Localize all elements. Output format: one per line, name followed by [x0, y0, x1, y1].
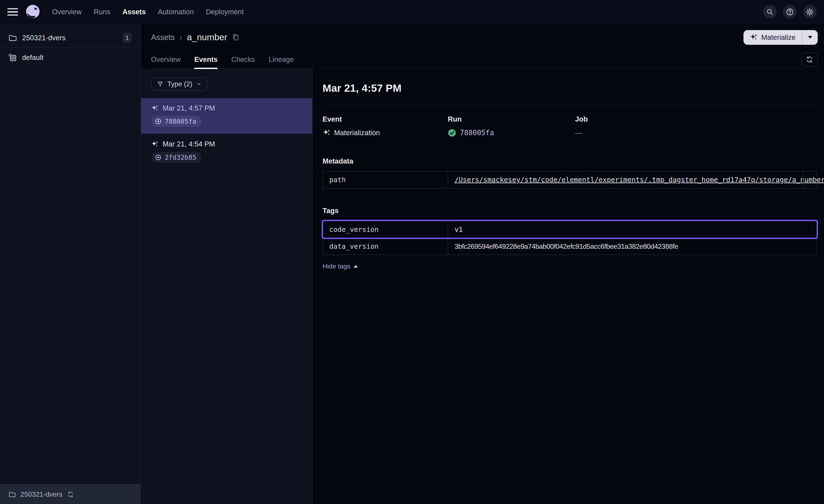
asset-groups-sidebar: 250321-dvers 1 default 250321-dvers — [0, 24, 141, 504]
event-timestamp: Mar 21, 4:54 PM — [163, 140, 215, 148]
run-status-icon — [155, 154, 162, 161]
job-column-label: Job — [575, 115, 817, 123]
materialization-sparkle-icon — [151, 140, 159, 148]
run-id: 2fd32b85 — [165, 154, 196, 161]
copy-asset-name-icon[interactable] — [232, 33, 240, 41]
run-id-badge[interactable]: 2fd32b85 — [151, 152, 202, 163]
divider — [323, 106, 817, 106]
nav-item-automation[interactable]: Automation — [158, 8, 194, 16]
materialize-dropdown-button[interactable] — [802, 30, 818, 45]
event-list-item[interactable]: Mar 21, 4:54 PM 2fd32b85 — [141, 134, 312, 170]
events-list-panel: Type (2) Mar 21, 4:57 PM 7 — [141, 69, 312, 504]
event-column: Event Materialization — [323, 115, 448, 137]
search-icon — [766, 8, 774, 16]
sidebar-item-group[interactable]: 250321-dvers 1 — [0, 28, 140, 48]
table-endcap-cell — [803, 171, 817, 188]
chevron-down-icon — [196, 81, 202, 87]
filter-funnel-icon — [157, 81, 164, 88]
event-detail-title: Mar 21, 4:57 PM — [323, 82, 817, 94]
search-button[interactable] — [763, 5, 777, 19]
metadata-heading: Metadata — [323, 157, 817, 165]
reload-icon[interactable] — [67, 491, 74, 498]
folder-icon — [8, 491, 16, 498]
breadcrumb: Assets › a_number Materialize — [151, 24, 818, 50]
tag-key: code_version — [323, 221, 448, 238]
tags-heading: Tags — [323, 207, 817, 215]
folder-icon — [8, 34, 17, 42]
run-id-link[interactable]: 788005fa — [460, 129, 494, 137]
code-location-label: 250321-dvers — [21, 490, 62, 498]
tag-row-code-version: code_version v1 — [323, 221, 817, 238]
asset-header: Assets › a_number Materialize — [141, 24, 824, 69]
sidebar-group-label: 250321-dvers — [22, 34, 66, 42]
job-column: Job — — [575, 115, 817, 137]
run-success-icon — [448, 129, 456, 137]
filter-label: Type (2) — [167, 80, 192, 88]
materialize-split-button: Materialize — [743, 30, 818, 45]
metadata-table: path /Users/smackesey/stm/code/elementl/… — [323, 171, 817, 189]
settings-button[interactable] — [803, 5, 817, 19]
run-column: Run 788005fa — [448, 115, 575, 137]
event-list: Mar 21, 4:57 PM 788005fa Mar 21, 4:54 PM — [141, 98, 312, 170]
run-status-icon — [155, 118, 162, 125]
tab-checks[interactable]: Checks — [231, 50, 255, 69]
refresh-icon — [806, 56, 813, 63]
breadcrumb-separator: › — [180, 33, 182, 42]
help-icon — [786, 8, 794, 16]
run-id-badge[interactable]: 788005fa — [151, 116, 202, 127]
top-nav-links: Overview Runs Assets Automation Deployme… — [52, 8, 244, 16]
sparkle-icon — [750, 33, 757, 41]
tag-row-data-version: data_version 3bfc269594ef649228e9a74bab0… — [323, 238, 817, 255]
tag-value: 3bfc269594ef649228e9a74bab00f042efc91d5a… — [454, 243, 678, 250]
tab-overview[interactable]: Overview — [151, 50, 181, 69]
top-nav-actions — [763, 5, 817, 19]
gear-icon — [806, 8, 814, 16]
run-id: 788005fa — [165, 118, 196, 125]
page-title: a_number — [187, 32, 227, 42]
code-location-footer[interactable]: 250321-dvers — [0, 484, 140, 504]
event-list-item[interactable]: Mar 21, 4:57 PM 788005fa — [141, 98, 312, 134]
hide-tags-label: Hide tags — [323, 262, 350, 270]
metadata-path-link[interactable]: /Users/smackesey/stm/code/elementl/exper… — [454, 176, 824, 183]
hide-tags-link[interactable]: Hide tags — [323, 262, 358, 270]
group-count-badge: 1 — [122, 33, 132, 43]
nav-item-overview[interactable]: Overview — [52, 8, 82, 16]
refresh-button[interactable] — [802, 52, 818, 67]
breadcrumb-assets-link[interactable]: Assets — [151, 33, 175, 42]
caret-down-icon — [808, 36, 812, 39]
event-timestamp: Mar 21, 4:57 PM — [163, 104, 215, 112]
tags-table: code_version v1 data_version 3bfc269594e… — [323, 221, 817, 255]
asset-group-grid-icon — [8, 53, 17, 62]
tag-key: data_version — [323, 238, 448, 255]
sidebar-default-label: default — [22, 53, 43, 61]
dagster-logo-icon[interactable] — [25, 4, 41, 20]
hamburger-menu-icon[interactable] — [7, 8, 18, 16]
event-detail-panel: Mar 21, 4:57 PM Event Materialization Ru… — [313, 69, 824, 504]
materialization-sparkle-icon — [151, 105, 159, 112]
tag-value: v1 — [454, 226, 462, 233]
event-summary-columns: Event Materialization Run 788005fa — [323, 115, 817, 137]
tab-lineage[interactable]: Lineage — [269, 50, 294, 69]
tab-events[interactable]: Events — [194, 50, 218, 69]
run-column-label: Run — [448, 115, 575, 123]
materialization-sparkle-icon — [323, 129, 330, 136]
caret-up-icon — [353, 265, 358, 268]
table-row: path /Users/smackesey/stm/code/elementl/… — [323, 171, 817, 188]
sidebar-item-default[interactable]: default — [0, 48, 140, 67]
event-type-filter-button[interactable]: Type (2) — [151, 77, 208, 91]
materialize-label: Materialize — [761, 33, 796, 41]
metadata-key: path — [323, 171, 448, 188]
nav-item-deployment[interactable]: Deployment — [206, 8, 244, 16]
job-value: — — [575, 129, 582, 137]
nav-item-assets[interactable]: Assets — [122, 8, 146, 16]
asset-tabs: Overview Events Checks Lineage — [151, 50, 818, 69]
help-button[interactable] — [783, 5, 797, 19]
nav-item-runs[interactable]: Runs — [94, 8, 110, 16]
dagster-app: Overview Runs Assets Automation Deployme… — [0, 0, 824, 504]
materialize-button[interactable]: Materialize — [743, 30, 802, 45]
event-column-label: Event — [323, 115, 448, 123]
event-type-value: Materialization — [334, 129, 380, 137]
top-nav: Overview Runs Assets Automation Deployme… — [0, 0, 824, 24]
main-panel: Assets › a_number Materialize — [141, 24, 824, 504]
